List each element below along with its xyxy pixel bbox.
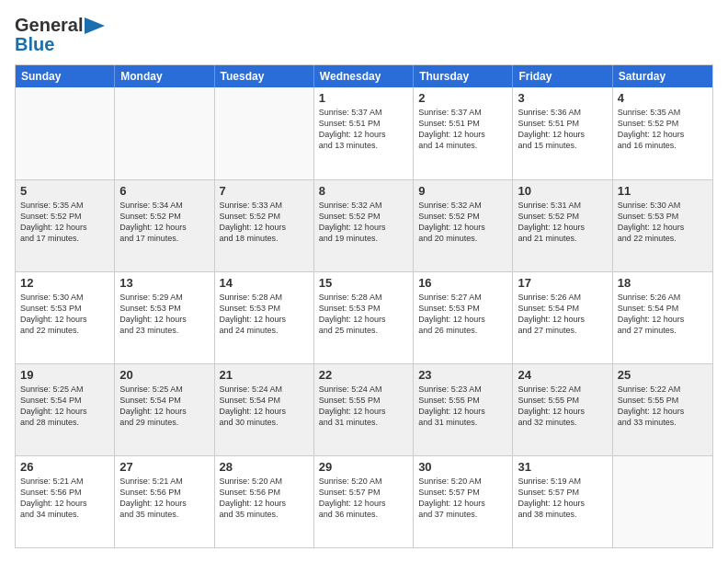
calendar-header: SundayMondayTuesdayWednesdayThursdayFrid… bbox=[16, 65, 712, 87]
calendar-cell-22: 22Sunrise: 5:24 AMSunset: 5:55 PMDayligh… bbox=[314, 364, 414, 455]
calendar-cell-7: 7Sunrise: 5:33 AMSunset: 5:52 PMDaylight… bbox=[215, 180, 314, 271]
calendar-cell-empty-0-1 bbox=[115, 87, 214, 179]
calendar-cell-empty-4-6 bbox=[613, 456, 712, 547]
day-info: Sunrise: 5:24 AMSunset: 5:54 PMDaylight:… bbox=[220, 384, 309, 429]
day-number: 14 bbox=[220, 276, 309, 290]
calendar-cell-6: 6Sunrise: 5:34 AMSunset: 5:52 PMDaylight… bbox=[115, 180, 214, 271]
calendar-cell-19: 19Sunrise: 5:25 AMSunset: 5:54 PMDayligh… bbox=[16, 364, 115, 455]
day-number: 2 bbox=[418, 91, 507, 105]
day-info: Sunrise: 5:37 AMSunset: 5:51 PMDaylight:… bbox=[418, 107, 507, 152]
day-info: Sunrise: 5:21 AMSunset: 5:56 PMDaylight:… bbox=[20, 476, 109, 521]
day-number: 15 bbox=[319, 276, 408, 290]
day-info: Sunrise: 5:32 AMSunset: 5:52 PMDaylight:… bbox=[418, 200, 507, 245]
day-number: 27 bbox=[119, 460, 209, 474]
day-number: 31 bbox=[518, 460, 607, 474]
day-info: Sunrise: 5:34 AMSunset: 5:52 PMDaylight:… bbox=[119, 200, 209, 245]
header-day-wednesday: Wednesday bbox=[314, 65, 414, 87]
logo-blue-word: Blue bbox=[15, 34, 105, 55]
day-number: 20 bbox=[119, 368, 209, 382]
day-info: Sunrise: 5:22 AMSunset: 5:55 PMDaylight:… bbox=[618, 384, 708, 429]
calendar-cell-1: 1Sunrise: 5:37 AMSunset: 5:51 PMDaylight… bbox=[314, 87, 414, 179]
calendar-cell-empty-0-0 bbox=[16, 87, 115, 179]
day-number: 8 bbox=[319, 184, 408, 198]
calendar-row-1: 1Sunrise: 5:37 AMSunset: 5:51 PMDaylight… bbox=[16, 87, 712, 179]
calendar-cell-13: 13Sunrise: 5:29 AMSunset: 5:53 PMDayligh… bbox=[115, 272, 214, 363]
calendar-cell-29: 29Sunrise: 5:20 AMSunset: 5:57 PMDayligh… bbox=[314, 456, 414, 547]
day-number: 29 bbox=[319, 460, 408, 474]
day-number: 6 bbox=[119, 184, 209, 198]
day-info: Sunrise: 5:27 AMSunset: 5:53 PMDaylight:… bbox=[418, 292, 507, 337]
header-day-friday: Friday bbox=[513, 65, 612, 87]
day-number: 7 bbox=[220, 184, 309, 198]
day-number: 28 bbox=[220, 460, 309, 474]
day-number: 30 bbox=[418, 460, 507, 474]
day-number: 19 bbox=[20, 368, 109, 382]
calendar-cell-25: 25Sunrise: 5:22 AMSunset: 5:55 PMDayligh… bbox=[613, 364, 712, 455]
calendar-body: 1Sunrise: 5:37 AMSunset: 5:51 PMDaylight… bbox=[16, 87, 712, 547]
day-info: Sunrise: 5:20 AMSunset: 5:57 PMDaylight:… bbox=[319, 476, 408, 521]
day-info: Sunrise: 5:35 AMSunset: 5:52 PMDaylight:… bbox=[618, 107, 708, 152]
day-number: 9 bbox=[418, 184, 507, 198]
day-info: Sunrise: 5:28 AMSunset: 5:53 PMDaylight:… bbox=[319, 292, 408, 337]
day-info: Sunrise: 5:25 AMSunset: 5:54 PMDaylight:… bbox=[20, 384, 109, 429]
calendar-cell-16: 16Sunrise: 5:27 AMSunset: 5:53 PMDayligh… bbox=[414, 272, 513, 363]
logo-wordmark: General Blue bbox=[15, 15, 105, 55]
calendar-cell-5: 5Sunrise: 5:35 AMSunset: 5:52 PMDaylight… bbox=[16, 180, 115, 271]
day-number: 13 bbox=[119, 276, 209, 290]
calendar-cell-15: 15Sunrise: 5:28 AMSunset: 5:53 PMDayligh… bbox=[314, 272, 414, 363]
day-info: Sunrise: 5:20 AMSunset: 5:57 PMDaylight:… bbox=[418, 476, 507, 521]
logo-combined: General Blue bbox=[15, 15, 105, 55]
day-info: Sunrise: 5:19 AMSunset: 5:57 PMDaylight:… bbox=[518, 476, 607, 521]
calendar-cell-4: 4Sunrise: 5:35 AMSunset: 5:52 PMDaylight… bbox=[613, 87, 712, 179]
day-number: 3 bbox=[518, 91, 607, 105]
header-day-tuesday: Tuesday bbox=[215, 65, 314, 87]
calendar-row-3: 12Sunrise: 5:30 AMSunset: 5:53 PMDayligh… bbox=[16, 271, 712, 363]
header: General Blue bbox=[15, 15, 713, 55]
day-info: Sunrise: 5:22 AMSunset: 5:55 PMDaylight:… bbox=[518, 384, 607, 429]
day-number: 22 bbox=[319, 368, 408, 382]
calendar-cell-12: 12Sunrise: 5:30 AMSunset: 5:53 PMDayligh… bbox=[16, 272, 115, 363]
day-info: Sunrise: 5:20 AMSunset: 5:56 PMDaylight:… bbox=[220, 476, 309, 521]
day-number: 16 bbox=[418, 276, 507, 290]
day-info: Sunrise: 5:24 AMSunset: 5:55 PMDaylight:… bbox=[319, 384, 408, 429]
calendar-cell-2: 2Sunrise: 5:37 AMSunset: 5:51 PMDaylight… bbox=[414, 87, 513, 179]
header-day-monday: Monday bbox=[115, 65, 214, 87]
day-number: 12 bbox=[20, 276, 109, 290]
logo: General Blue bbox=[15, 15, 105, 55]
header-day-sunday: Sunday bbox=[16, 65, 115, 87]
day-number: 11 bbox=[618, 184, 708, 198]
calendar-cell-31: 31Sunrise: 5:19 AMSunset: 5:57 PMDayligh… bbox=[513, 456, 612, 547]
day-info: Sunrise: 5:37 AMSunset: 5:51 PMDaylight:… bbox=[319, 107, 408, 152]
day-info: Sunrise: 5:33 AMSunset: 5:52 PMDaylight:… bbox=[220, 200, 309, 245]
day-info: Sunrise: 5:28 AMSunset: 5:53 PMDaylight:… bbox=[220, 292, 309, 337]
page: General Blue SundayMondayTuesdayWednesda… bbox=[0, 0, 728, 563]
header-day-saturday: Saturday bbox=[613, 65, 712, 87]
day-info: Sunrise: 5:23 AMSunset: 5:55 PMDaylight:… bbox=[418, 384, 507, 429]
day-info: Sunrise: 5:30 AMSunset: 5:53 PMDaylight:… bbox=[618, 200, 708, 245]
day-number: 21 bbox=[220, 368, 309, 382]
calendar-cell-23: 23Sunrise: 5:23 AMSunset: 5:55 PMDayligh… bbox=[414, 364, 513, 455]
day-number: 4 bbox=[618, 91, 708, 105]
calendar-cell-17: 17Sunrise: 5:26 AMSunset: 5:54 PMDayligh… bbox=[513, 272, 612, 363]
header-day-thursday: Thursday bbox=[414, 65, 513, 87]
day-info: Sunrise: 5:26 AMSunset: 5:54 PMDaylight:… bbox=[518, 292, 607, 337]
day-info: Sunrise: 5:35 AMSunset: 5:52 PMDaylight:… bbox=[20, 200, 109, 245]
day-info: Sunrise: 5:30 AMSunset: 5:53 PMDaylight:… bbox=[20, 292, 109, 337]
logo-gen: General bbox=[15, 15, 83, 36]
logo-chevron-icon bbox=[85, 17, 105, 34]
day-info: Sunrise: 5:29 AMSunset: 5:53 PMDaylight:… bbox=[119, 292, 209, 337]
day-number: 1 bbox=[319, 91, 408, 105]
calendar-cell-30: 30Sunrise: 5:20 AMSunset: 5:57 PMDayligh… bbox=[414, 456, 513, 547]
calendar-cell-14: 14Sunrise: 5:28 AMSunset: 5:53 PMDayligh… bbox=[215, 272, 314, 363]
day-number: 5 bbox=[20, 184, 109, 198]
day-info: Sunrise: 5:21 AMSunset: 5:56 PMDaylight:… bbox=[119, 476, 209, 521]
day-number: 23 bbox=[418, 368, 507, 382]
day-number: 25 bbox=[618, 368, 708, 382]
calendar-cell-empty-0-2 bbox=[215, 87, 314, 179]
day-number: 26 bbox=[20, 460, 109, 474]
calendar-cell-28: 28Sunrise: 5:20 AMSunset: 5:56 PMDayligh… bbox=[215, 456, 314, 547]
calendar-row-4: 19Sunrise: 5:25 AMSunset: 5:54 PMDayligh… bbox=[16, 363, 712, 455]
day-info: Sunrise: 5:26 AMSunset: 5:54 PMDaylight:… bbox=[618, 292, 708, 337]
calendar-cell-3: 3Sunrise: 5:36 AMSunset: 5:51 PMDaylight… bbox=[513, 87, 612, 179]
calendar-cell-27: 27Sunrise: 5:21 AMSunset: 5:56 PMDayligh… bbox=[115, 456, 214, 547]
